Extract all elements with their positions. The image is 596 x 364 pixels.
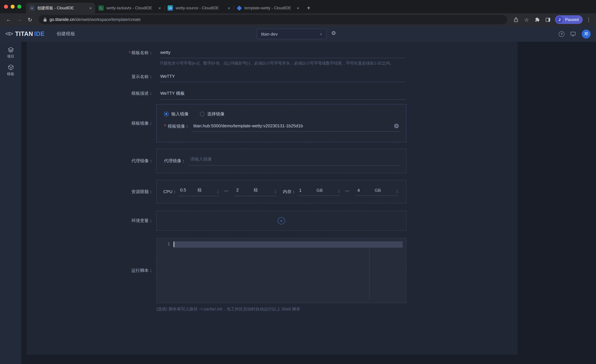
- app-sidebar: 项目 模板: [0, 42, 21, 364]
- environment-select[interactable]: titan-dev ∨: [257, 29, 327, 39]
- logo-mark-icon: <t>: [5, 31, 13, 37]
- required-asterisk: *: [164, 123, 166, 129]
- stepper-arrows-icon[interactable]: ∧∨: [275, 190, 276, 193]
- template-image-row: 模板镜像： 输入镜像 选择镜像 * 模板镜像： titan.hub:5000/d…: [27, 104, 406, 142]
- tab-close-icon[interactable]: ×: [89, 6, 92, 10]
- code-favicon-icon: </>: [168, 5, 173, 11]
- template-name-label: *模板名称：: [27, 50, 153, 56]
- browser-tab-template-wetty[interactable]: template-wetty - CloudIDE ×: [233, 3, 303, 13]
- terminal-favicon-icon: >_: [98, 5, 104, 11]
- template-image-label: 模板镜像：: [27, 120, 153, 126]
- screen: ‹t› 创建模板 - CloudIDE × >_ wetty-lackavtx …: [0, 0, 596, 364]
- profile-status-text: Paused: [565, 17, 579, 22]
- display-name-row: 显示名称： WeTTY: [27, 74, 406, 82]
- help-icon[interactable]: ?: [559, 31, 564, 37]
- reload-icon[interactable]: ↻: [25, 15, 35, 24]
- memory-label: 内存：: [283, 189, 296, 195]
- stepper-arrows-icon[interactable]: ∧∨: [396, 189, 398, 193]
- back-icon[interactable]: ←: [4, 15, 13, 24]
- script-code-editor[interactable]: 1: [156, 238, 406, 303]
- url-path: /ide/web/workspace/template/create: [74, 17, 141, 22]
- browser-tab-create-template[interactable]: ‹t› 创建模板 - CloudIDE ×: [26, 3, 95, 13]
- cpu-max-value[interactable]: 2: [236, 188, 246, 192]
- browser-tab-wetty-lackavtx[interactable]: >_ wetty-lackavtx - CloudIDE ×: [95, 3, 164, 13]
- tab-title: 创建模板 - CloudIDE: [37, 5, 87, 11]
- sidebar-item-templates[interactable]: 模板: [0, 61, 21, 79]
- extensions-puzzle-icon[interactable]: [533, 15, 542, 24]
- share-icon[interactable]: [511, 15, 521, 24]
- stepper-arrows-icon[interactable]: ∧∨: [338, 189, 340, 193]
- logo-ide-text: IDE: [34, 30, 45, 37]
- titanide-favicon-icon: ‹t›: [29, 5, 35, 11]
- image-input[interactable]: titan.hub:5000/demo/template-wetty:v2023…: [191, 123, 400, 132]
- new-tab-button[interactable]: +: [304, 3, 313, 13]
- proxy-field-label: 代理镜像：: [164, 158, 186, 164]
- tab-title: template-wetty - CloudIDE: [245, 6, 294, 10]
- add-env-variable-button[interactable]: +: [278, 217, 285, 224]
- memory-min-stepper[interactable]: 1 GB ∧∨: [297, 188, 340, 196]
- page-title: 创建模板: [57, 31, 75, 37]
- cpu-min-unit: 核: [197, 187, 202, 193]
- template-name-input[interactable]: wetty: [160, 50, 406, 58]
- address-bar[interactable]: go.titanide.cn/ide/web/workspace/templat…: [39, 15, 507, 24]
- cpu-max-stepper[interactable]: 2 核 ∧∨: [234, 187, 277, 196]
- proxy-image-row: 代理镜像： 代理镜像： 请输入镜像: [27, 149, 406, 173]
- memory-max-stepper[interactable]: 4 GB ∧∨: [355, 188, 399, 196]
- forward-icon[interactable]: →: [15, 15, 24, 24]
- range-dash: —: [345, 188, 349, 195]
- browser-menu-icon[interactable]: ⋮: [585, 17, 592, 23]
- window-close-button[interactable]: [4, 5, 8, 9]
- environment-select-value: titan-dev: [261, 31, 278, 36]
- memory-min-value[interactable]: 1: [299, 188, 309, 193]
- resource-quota-box: CPU： 0.5 核 ∧∨ — 2 核 ∧∨ 内存： 1 GB ∧∨: [156, 180, 406, 204]
- radio-input-image-label[interactable]: 输入镜像: [171, 111, 189, 117]
- sidebar-item-label: 项目: [7, 54, 14, 59]
- clear-input-icon[interactable]: ×: [394, 124, 399, 128]
- editor-line-number: 1: [157, 242, 170, 246]
- tab-close-icon[interactable]: ×: [228, 6, 230, 10]
- plus-icon: +: [280, 218, 283, 223]
- browser-tab-wetty-source[interactable]: </> wetty-source - CloudIDE ×: [164, 3, 233, 13]
- sidebar-item-projects[interactable]: 项目: [0, 44, 21, 61]
- radio-input-image[interactable]: [164, 112, 169, 116]
- chevron-down-icon: ∨: [320, 32, 322, 36]
- window-minimize-button[interactable]: [11, 5, 15, 9]
- tab-close-icon[interactable]: ×: [297, 6, 299, 10]
- description-input[interactable]: WeTTY 模板: [160, 90, 406, 100]
- required-asterisk: *: [129, 50, 130, 55]
- settings-gear-icon[interactable]: ⚙: [331, 31, 336, 36]
- resource-quota-row: 资源限额： CPU： 0.5 核 ∧∨ — 2 核 ∧∨ 内存： 1 GB: [27, 180, 406, 204]
- env-variables-box: +: [156, 211, 406, 231]
- proxy-image-box: 代理镜像： 请输入镜像: [156, 149, 406, 173]
- layers-icon: [7, 47, 14, 53]
- description-row: 模板描述： WeTTY 模板: [27, 90, 406, 100]
- cpu-min-value[interactable]: 0.5: [180, 188, 190, 192]
- bookmark-star-icon[interactable]: ☆: [522, 15, 531, 24]
- url-text: go.titanide.cn/ide/web/workspace/templat…: [50, 17, 141, 22]
- radio-select-image-label[interactable]: 选择镜像: [207, 111, 224, 117]
- display-name-label: 显示名称：: [27, 74, 153, 80]
- radio-select-image[interactable]: [200, 112, 205, 116]
- cpu-min-stepper[interactable]: 0.5 核 ∧∨: [178, 187, 219, 196]
- proxy-image-input[interactable]: 请输入镜像: [188, 156, 400, 166]
- create-template-form: *模板名称： wetty 只能包含小写字母[a-z]、数字[0-9]、点[.]与…: [27, 42, 518, 355]
- profile-paused-badge[interactable]: J Paused: [555, 15, 583, 24]
- user-avatar[interactable]: 邓: [582, 29, 591, 38]
- side-panel-icon[interactable]: [543, 15, 553, 24]
- memory-max-value[interactable]: 4: [357, 188, 367, 193]
- memory-min-unit: GB: [316, 188, 323, 193]
- stepper-arrows-icon[interactable]: ∧∨: [217, 190, 219, 193]
- tab-close-icon[interactable]: ×: [158, 6, 161, 10]
- editor-ruler-line: [369, 248, 370, 299]
- template-name-help-text: 只能包含小写字母[a-z]、数字[0-9]、点[.]与破折号[-]，必须以小写字…: [160, 60, 406, 66]
- display-name-input[interactable]: WeTTY: [160, 74, 406, 82]
- app-header: <t> TITAN IDE 创建模板 titan-dev ∨ ⚙ ? 邓: [0, 26, 596, 42]
- window-controls: [0, 5, 26, 9]
- description-label: 模板描述：: [27, 90, 153, 96]
- image-field-label: 模板镜像：: [168, 123, 189, 129]
- tab-title: wetty-source - CloudIDE: [176, 6, 225, 10]
- window-zoom-button[interactable]: [17, 5, 21, 9]
- monitor-icon[interactable]: [570, 31, 576, 37]
- titanide-logo[interactable]: <t> TITAN IDE: [5, 30, 45, 37]
- cpu-label: CPU：: [163, 189, 177, 195]
